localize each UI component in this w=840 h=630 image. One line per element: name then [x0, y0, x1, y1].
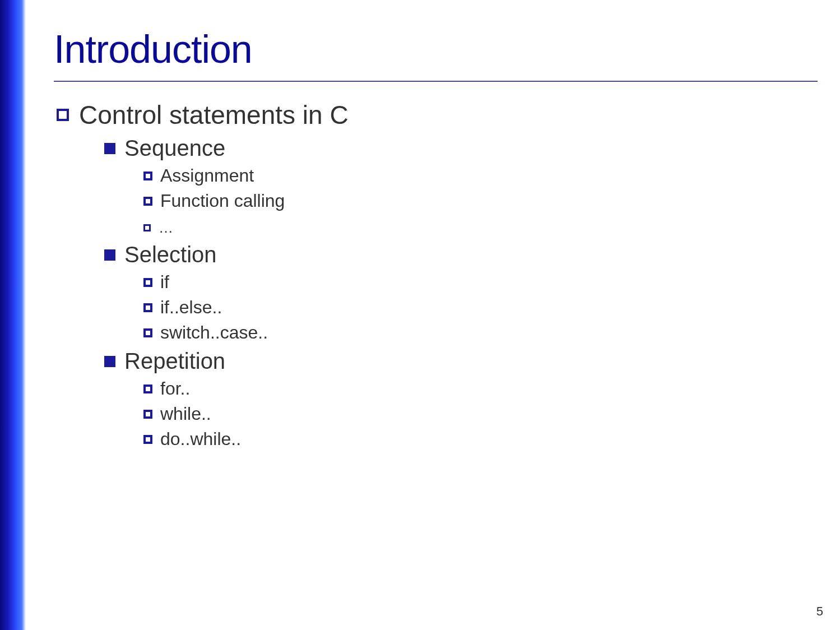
bullet-l2-sequence: Sequence: [104, 136, 818, 161]
bullet-l3-if: if: [143, 272, 818, 293]
bullet-l3-text: if: [160, 272, 169, 293]
bullet-l3-text: switch..case..: [160, 322, 268, 343]
bullet-l2-selection: Selection: [104, 242, 818, 267]
hollow-square-icon: [143, 303, 152, 312]
hollow-square-icon: [143, 278, 152, 287]
bullet-l3-while: while..: [143, 404, 818, 424]
bullet-l3-text: Assignment: [160, 165, 254, 186]
hollow-square-icon: [143, 197, 152, 206]
bullet-l3-text: Function calling: [160, 191, 285, 211]
bullet-l3-text: while..: [160, 404, 211, 424]
bullet-l3-assignment: Assignment: [143, 165, 818, 186]
bullet-l3-switch: switch..case..: [143, 322, 818, 343]
hollow-square-icon: [143, 410, 152, 419]
bullet-l3-text: …: [159, 219, 173, 237]
title-divider: [54, 81, 818, 82]
bullet-l3-for: for..: [143, 378, 818, 399]
hollow-square-icon: [143, 224, 151, 231]
bullet-l2-text: Selection: [124, 242, 217, 267]
bullet-l1-control-statements: Control statements in C: [57, 100, 818, 130]
hollow-square-icon: [143, 385, 152, 393]
hollow-square-icon: [143, 435, 152, 444]
bullet-l3-ifelse: if..else..: [143, 297, 818, 318]
bullet-l2-repetition: Repetition: [104, 349, 818, 374]
bullet-l2-text: Sequence: [124, 136, 225, 161]
bullet-l3-text: do..while..: [160, 429, 241, 450]
bullet-l1-text: Control statements in C: [79, 100, 349, 130]
slide-content: Introduction Control statements in C Seq…: [26, 0, 840, 630]
slide-sidebar: [0, 0, 26, 630]
bullet-l3-ellipsis: …: [143, 219, 818, 237]
solid-square-icon: [104, 143, 115, 154]
bullet-l3-function-calling: Function calling: [143, 191, 818, 211]
page-number: 5: [816, 604, 823, 619]
bullet-l3-dowhile: do..while..: [143, 429, 818, 450]
bullet-l3-text: if..else..: [160, 297, 222, 318]
hollow-square-icon: [143, 328, 152, 337]
solid-square-icon: [104, 249, 115, 261]
bullet-l2-text: Repetition: [124, 349, 225, 374]
slide-title: Introduction: [54, 27, 818, 72]
bullet-l3-text: for..: [160, 378, 190, 399]
hollow-square-icon: [57, 109, 69, 121]
solid-square-icon: [104, 356, 115, 367]
hollow-square-icon: [143, 172, 152, 180]
